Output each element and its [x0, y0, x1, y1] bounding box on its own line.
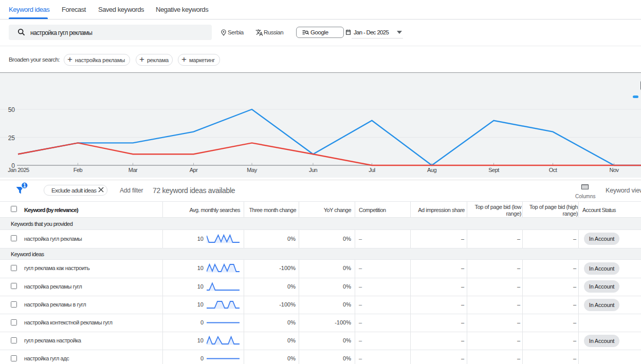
svg-text:Oct: Oct	[549, 167, 557, 173]
svg-text:Aug: Aug	[427, 167, 436, 173]
svg-text:25: 25	[8, 135, 15, 142]
svg-text:May: May	[247, 167, 257, 173]
svg-text:1: 1	[23, 183, 26, 188]
svg-text:Jul: Jul	[369, 167, 375, 173]
svg-text:Jan 2025: Jan 2025	[8, 167, 29, 173]
svg-text:Sept: Sept	[488, 167, 499, 173]
svg-text:Feb: Feb	[74, 167, 83, 173]
svg-text:Jun: Jun	[309, 167, 318, 173]
svg-text:Mar: Mar	[129, 167, 138, 173]
svg-text:Nov: Nov	[609, 167, 619, 173]
svg-text:50: 50	[8, 106, 15, 113]
svg-text:Apr: Apr	[190, 167, 198, 173]
